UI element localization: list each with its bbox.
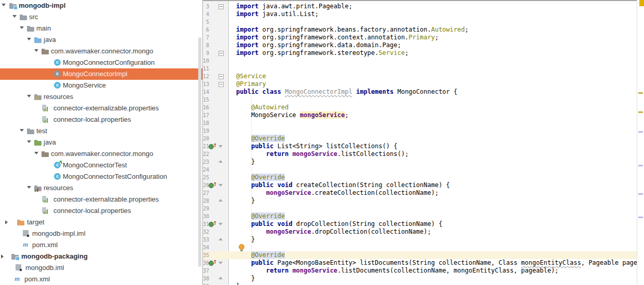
code-line[interactable]: 6import org.springframework.beans.factor… (203, 26, 644, 34)
tree-row[interactable]: connector-local.properties (0, 114, 202, 125)
fold-marker-icon[interactable] (218, 277, 223, 279)
error-stripe-marker[interactable] (638, 165, 643, 166)
code-line[interactable]: 19 (203, 127, 644, 135)
line-number[interactable]: 15 (203, 96, 209, 104)
tree-row[interactable]: mongodb.iml (0, 262, 202, 274)
line-number[interactable]: 23 (203, 158, 209, 166)
line-number[interactable]: 33 (203, 236, 209, 244)
tree-row[interactable]: mongodb-impl.iml (0, 228, 202, 239)
code-line[interactable]: 34 (203, 244, 644, 251)
code-line[interactable]: 14public class MongoConnectorImpl implem… (203, 88, 644, 96)
error-stripe-marker[interactable] (638, 193, 643, 195)
line-number[interactable]: 10 (203, 57, 209, 65)
code-line[interactable]: 9import org.springframework.stereotype.S… (203, 49, 644, 57)
tree-row[interactable]: com.wavemaker.connector.mongo (0, 46, 202, 57)
chevron-down-icon[interactable] (27, 95, 31, 97)
tree-row[interactable]: cMongoConnectorTest (0, 160, 202, 171)
tree-row[interactable]: src (0, 11, 202, 23)
line-number[interactable]: 27 (203, 189, 209, 197)
fold-marker-icon[interactable] (218, 262, 223, 264)
code-line[interactable]: 39} (203, 282, 644, 285)
code-line[interactable]: 24 (203, 166, 644, 174)
tree-row[interactable]: connector-externalizable.properties (0, 194, 202, 205)
code-line[interactable]: 33 } (203, 236, 644, 244)
lightbulb-icon[interactable] (239, 244, 244, 250)
chevron-right-icon[interactable] (1, 254, 4, 259)
code-line[interactable]: 26 public void createCollection(String c… (203, 181, 644, 189)
tree-row[interactable]: mpom.xml (0, 274, 202, 285)
tree-row[interactable]: target (0, 217, 202, 228)
code-line[interactable]: 13@Primary (203, 80, 644, 88)
line-number[interactable]: 5 (203, 18, 209, 26)
line-number[interactable]: 14 (203, 88, 209, 96)
tree-row[interactable]: java (0, 34, 202, 46)
line-number[interactable]: 4 (203, 10, 209, 18)
chevron-down-icon[interactable] (27, 38, 31, 40)
chevron-down-icon[interactable] (34, 49, 38, 52)
code-line[interactable]: 18 (203, 119, 644, 127)
fold-marker-icon[interactable] (218, 223, 223, 225)
override-method-gutter-icon[interactable] (209, 261, 214, 266)
line-number[interactable]: 19 (203, 127, 209, 135)
tree-row[interactable]: mongodb-packaging (0, 251, 202, 262)
error-stripe[interactable] (637, 0, 644, 285)
code-line[interactable]: 37 return mongoService.listDocuments(col… (203, 267, 644, 275)
code-line[interactable]: 29 (203, 205, 644, 212)
fold-marker-icon[interactable] (218, 160, 223, 163)
error-stripe-marker[interactable] (638, 92, 643, 94)
line-number[interactable]: 8 (203, 41, 209, 49)
code-line[interactable]: 16 @Autowired (203, 104, 644, 111)
fold-marker-icon[interactable] (218, 82, 224, 87)
tree-row[interactable]: resources (0, 91, 202, 103)
tree-row[interactable]: connector-local.properties (0, 205, 202, 217)
tree-row[interactable]: main (0, 23, 202, 34)
tree-row[interactable]: cMongoConnectorImpl (0, 68, 202, 80)
line-number[interactable]: 34 (203, 244, 209, 251)
fold-marker-icon[interactable] (218, 74, 224, 79)
code-line[interactable]: 30 @Override (203, 212, 644, 220)
chevron-down-icon[interactable] (2, 4, 6, 6)
chevron-down-icon[interactable] (34, 152, 38, 154)
tree-row[interactable]: connector-externalizable.properties (0, 103, 202, 114)
fold-marker-icon[interactable] (218, 184, 223, 187)
code-line[interactable]: 20 @Override (203, 135, 644, 142)
tree-row[interactable]: cMongoConnectorConfiguration (0, 57, 202, 68)
code-line[interactable]: 36 public Page<MongoBaseEntity> listDocu… (203, 259, 644, 267)
code-line[interactable]: 21 public List<String> listCollections()… (203, 142, 644, 150)
line-number[interactable]: 28 (203, 197, 209, 205)
line-number[interactable]: 18 (203, 119, 209, 127)
line-number[interactable]: 3 (203, 3, 209, 10)
code-line[interactable]: 22 return mongoService.listCollections()… (203, 150, 644, 158)
code-line[interactable]: 27 mongoService.createCollection(collect… (203, 189, 644, 197)
code-line[interactable]: 4import java.util.List; (203, 10, 644, 18)
tree-row[interactable]: test (0, 125, 202, 137)
chevron-down-icon[interactable] (12, 15, 17, 18)
line-number[interactable]: 39 (203, 282, 209, 285)
line-number[interactable]: 12 (203, 73, 209, 80)
line-number[interactable]: 17 (203, 111, 209, 119)
tree-row[interactable]: com.wavemaker.connector.mongo (0, 148, 202, 160)
tree-row[interactable]: resources (0, 182, 202, 194)
line-number[interactable]: 16 (203, 104, 209, 111)
line-number[interactable]: 32 (203, 228, 209, 236)
code-line[interactable]: 12@Service (203, 73, 644, 80)
line-number[interactable]: 37 (203, 267, 209, 275)
code-line[interactable]: 32 mongoService.dropCollection(collectio… (203, 228, 644, 236)
code-line[interactable]: 7import org.springframework.context.anno… (203, 34, 644, 41)
line-number[interactable]: 24 (203, 166, 209, 174)
error-stripe-marker[interactable] (638, 111, 643, 113)
line-number[interactable]: 6 (203, 26, 209, 34)
tree-row[interactable]: cMongoService (0, 80, 202, 91)
code-editor[interactable]: 3import java.awt.print.Pageable;4import … (203, 0, 644, 285)
override-method-gutter-icon[interactable] (209, 222, 214, 227)
line-number[interactable]: 38 (203, 275, 209, 282)
tree-row[interactable]: cMongoConnectorTestConfiguration (0, 171, 202, 182)
code-line[interactable]: 31 public void dropCollection(String col… (203, 220, 644, 228)
fold-marker-icon[interactable] (218, 51, 224, 56)
chevron-down-icon[interactable] (27, 140, 31, 143)
tree-row[interactable]: java (0, 137, 202, 148)
tree-row[interactable]: mongodb-impl (0, 0, 202, 11)
line-number[interactable]: 35 (203, 251, 209, 259)
code-line[interactable]: 25 @Override (203, 174, 644, 181)
line-number[interactable]: 20 (203, 135, 209, 142)
